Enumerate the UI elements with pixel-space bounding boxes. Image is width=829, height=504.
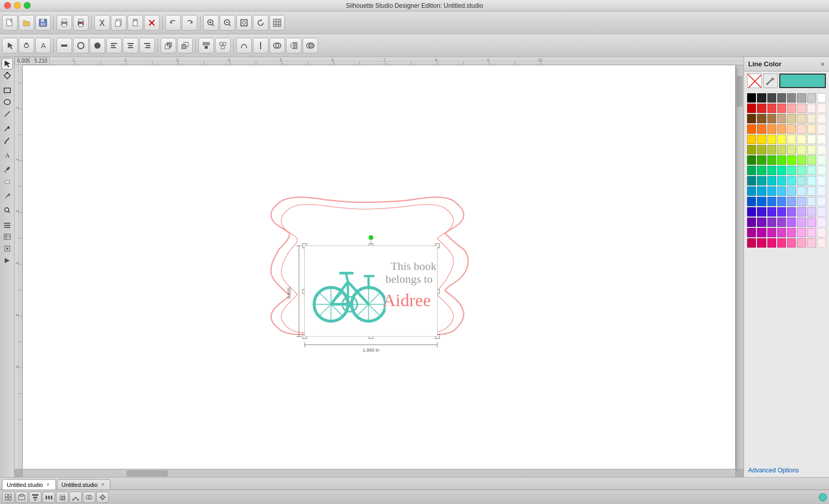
color-swatch[interactable] bbox=[797, 93, 806, 103]
color-swatch[interactable] bbox=[757, 197, 766, 206]
color-swatch[interactable] bbox=[797, 238, 806, 248]
color-swatch[interactable] bbox=[777, 218, 786, 227]
color-swatch[interactable] bbox=[807, 176, 816, 185]
color-swatch[interactable] bbox=[747, 207, 756, 217]
subtract-btn[interactable] bbox=[286, 38, 302, 53]
color-swatch[interactable] bbox=[747, 176, 756, 185]
color-swatch[interactable] bbox=[767, 176, 776, 185]
color-swatch[interactable] bbox=[797, 155, 806, 165]
zoom-tool[interactable] bbox=[2, 205, 13, 216]
color-swatch[interactable] bbox=[817, 218, 826, 227]
color-swatch[interactable] bbox=[767, 207, 776, 217]
close-button[interactable] bbox=[4, 2, 11, 9]
color-swatch[interactable] bbox=[757, 166, 766, 175]
color-swatch[interactable] bbox=[807, 114, 816, 123]
bt-align-btn[interactable] bbox=[29, 492, 41, 503]
intersect-btn[interactable] bbox=[303, 38, 318, 53]
color-swatch[interactable] bbox=[807, 207, 816, 217]
color-swatch[interactable] bbox=[747, 145, 756, 154]
color-swatch[interactable] bbox=[747, 228, 756, 237]
line-tool[interactable] bbox=[2, 108, 13, 120]
color-swatch[interactable] bbox=[777, 176, 786, 185]
color-swatch[interactable] bbox=[817, 228, 826, 237]
color-swatch[interactable] bbox=[787, 166, 796, 175]
bt-merge-btn[interactable] bbox=[83, 492, 95, 503]
zoom-out-button[interactable] bbox=[220, 15, 235, 31]
zoom-fit-button[interactable] bbox=[236, 15, 252, 31]
zoom-in-button[interactable] bbox=[203, 15, 219, 31]
undo-button[interactable] bbox=[165, 15, 181, 31]
select-tool-btn[interactable] bbox=[2, 38, 18, 53]
color-swatch[interactable] bbox=[817, 197, 826, 206]
bt-ungroup-btn[interactable] bbox=[16, 492, 28, 503]
color-swatch[interactable] bbox=[767, 145, 776, 154]
color-swatch[interactable] bbox=[787, 228, 796, 237]
color-swatch[interactable] bbox=[747, 218, 756, 227]
color-swatch[interactable] bbox=[787, 176, 796, 185]
color-swatch[interactable] bbox=[777, 207, 786, 217]
color-swatch[interactable] bbox=[757, 135, 766, 144]
minimize-button[interactable] bbox=[14, 2, 21, 9]
color-swatch[interactable] bbox=[767, 238, 776, 248]
brush-tool[interactable] bbox=[2, 135, 13, 146]
color-swatch[interactable] bbox=[787, 218, 796, 227]
canvas-area[interactable]: /* ruler ticks */ 1 2 bbox=[15, 57, 744, 477]
color-swatch[interactable] bbox=[817, 238, 826, 248]
color-swatch[interactable] bbox=[757, 114, 766, 123]
align-left-btn[interactable] bbox=[106, 38, 122, 53]
align-right-btn[interactable] bbox=[139, 38, 155, 53]
line-style-btn[interactable] bbox=[56, 38, 72, 53]
color-swatch[interactable] bbox=[767, 197, 776, 206]
delete-button[interactable] bbox=[144, 15, 160, 31]
print-button[interactable] bbox=[56, 15, 72, 31]
color-swatch[interactable] bbox=[757, 145, 766, 154]
tab-1[interactable]: Untitled.studio × bbox=[2, 479, 56, 489]
send-cut-btn[interactable] bbox=[2, 255, 13, 266]
color-swatch[interactable] bbox=[787, 145, 796, 154]
color-swatch[interactable] bbox=[757, 218, 766, 227]
color-swatch[interactable] bbox=[757, 124, 766, 134]
color-swatch[interactable] bbox=[767, 124, 776, 134]
tab-2[interactable]: Untitled.studio × bbox=[57, 479, 111, 489]
copy-button[interactable] bbox=[111, 15, 126, 31]
cut-button[interactable] bbox=[94, 15, 110, 31]
color-swatch[interactable] bbox=[787, 93, 796, 103]
color-swatch[interactable] bbox=[777, 186, 786, 196]
color-swatch[interactable] bbox=[757, 238, 766, 248]
line-color-btn[interactable] bbox=[73, 38, 89, 53]
bt-group-btn[interactable] bbox=[2, 492, 15, 503]
color-swatch[interactable] bbox=[797, 166, 806, 175]
color-swatch[interactable] bbox=[817, 166, 826, 175]
color-swatch[interactable] bbox=[757, 228, 766, 237]
color-swatch[interactable] bbox=[787, 124, 796, 134]
eyedropper-btn[interactable] bbox=[763, 74, 778, 88]
vertical-scrollbar[interactable] bbox=[735, 65, 744, 469]
color-swatch[interactable] bbox=[797, 145, 806, 154]
color-swatch[interactable] bbox=[797, 104, 806, 113]
color-swatch[interactable] bbox=[777, 166, 786, 175]
color-swatch[interactable] bbox=[747, 124, 756, 134]
bt-distribute-btn[interactable] bbox=[42, 492, 55, 503]
color-swatch[interactable] bbox=[797, 135, 806, 144]
color-swatch[interactable] bbox=[757, 155, 766, 165]
color-swatch[interactable] bbox=[757, 176, 766, 185]
layers-panel-btn[interactable] bbox=[2, 219, 13, 231]
node-tool-btn[interactable] bbox=[19, 38, 34, 53]
redo-button[interactable] bbox=[182, 15, 197, 31]
color-swatch[interactable] bbox=[777, 155, 786, 165]
color-swatch[interactable] bbox=[797, 207, 806, 217]
bt-cut-btn[interactable] bbox=[69, 492, 82, 503]
current-color-swatch[interactable] bbox=[779, 74, 826, 88]
open-button[interactable] bbox=[19, 15, 34, 31]
color-swatch[interactable] bbox=[817, 93, 826, 103]
bt-transform-btn[interactable] bbox=[56, 492, 68, 503]
color-swatch[interactable] bbox=[787, 197, 796, 206]
color-swatch[interactable] bbox=[757, 104, 766, 113]
rect-tool[interactable] bbox=[2, 84, 13, 96]
color-swatch[interactable] bbox=[777, 135, 786, 144]
color-swatch[interactable] bbox=[747, 104, 756, 113]
color-swatch[interactable] bbox=[787, 135, 796, 144]
color-swatch[interactable] bbox=[807, 238, 816, 248]
color-swatch[interactable] bbox=[807, 155, 816, 165]
color-swatch[interactable] bbox=[797, 197, 806, 206]
